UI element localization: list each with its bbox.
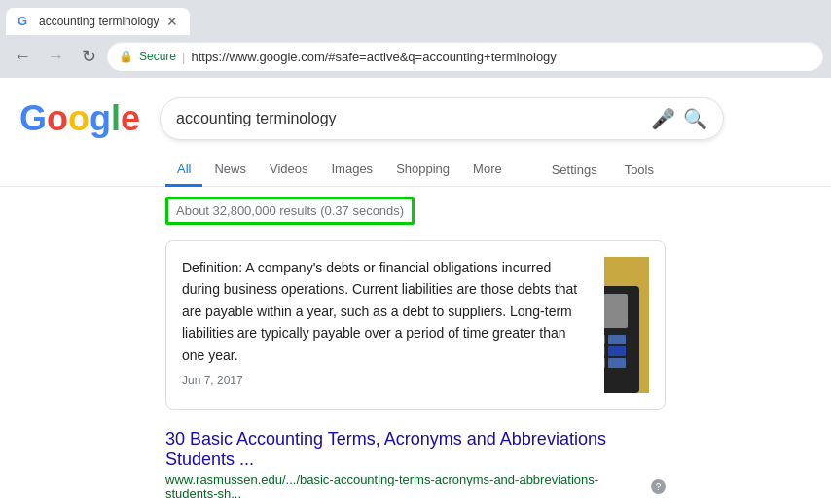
result-title-1[interactable]: 30 Basic Accounting Terms, Acronyms and … bbox=[165, 429, 666, 470]
url-text: https://www.google.com/#safe=active&q=ac… bbox=[191, 50, 556, 64]
tab-more[interactable]: More bbox=[461, 154, 514, 187]
help-icon[interactable]: ? bbox=[651, 479, 666, 494]
lock-icon: 🔒 bbox=[119, 50, 133, 63]
calc-buttons bbox=[604, 335, 628, 368]
search-icon[interactable]: 🔍 bbox=[683, 107, 707, 130]
calculator-image bbox=[604, 257, 649, 393]
snippet-content: Definition: A company's debts or financi… bbox=[182, 257, 589, 393]
google-header: Google 🎤 🔍 bbox=[0, 78, 831, 140]
url-divider: | bbox=[182, 50, 185, 64]
tab-close-button[interactable]: ✕ bbox=[166, 14, 178, 29]
search-box: 🎤 🔍 bbox=[160, 97, 724, 140]
microphone-icon[interactable]: 🎤 bbox=[651, 107, 675, 130]
search-input[interactable] bbox=[176, 110, 643, 127]
logo-o2: o bbox=[68, 98, 90, 138]
logo-o1: o bbox=[47, 98, 68, 138]
tab-images[interactable]: Images bbox=[319, 154, 384, 187]
calc-btn bbox=[608, 358, 626, 368]
secure-label: Secure bbox=[139, 50, 176, 63]
results-area: About 32,800,000 results (0.37 seconds) … bbox=[0, 187, 831, 504]
snippet-definition: Definition: A company's debts or financi… bbox=[182, 257, 589, 366]
url-bar[interactable]: 🔒 Secure | https://www.google.com/#safe=… bbox=[107, 42, 823, 71]
google-logo: Google bbox=[19, 98, 140, 139]
browser-tab[interactable]: G accounting terminology ✕ bbox=[6, 8, 190, 35]
calc-body bbox=[604, 286, 639, 393]
search-result-1: 30 Basic Accounting Terms, Acronyms and … bbox=[165, 429, 666, 501]
address-bar: ← → ↻ 🔒 Secure | https://www.google.com/… bbox=[0, 35, 831, 78]
search-icons: 🎤 🔍 bbox=[651, 107, 707, 130]
tab-all[interactable]: All bbox=[165, 154, 202, 187]
tab-shopping[interactable]: Shopping bbox=[384, 154, 461, 187]
snippet-date: Jun 7, 2017 bbox=[182, 374, 589, 387]
result-url-text: www.rasmussen.edu/.../basic-accounting-t… bbox=[165, 472, 645, 501]
featured-snippet: Definition: A company's debts or financi… bbox=[165, 240, 666, 410]
tab-favicon: G bbox=[18, 14, 33, 29]
calc-btn bbox=[608, 335, 626, 344]
back-button[interactable]: ← bbox=[8, 42, 37, 71]
calc-screen bbox=[604, 294, 628, 328]
forward-button[interactable]: → bbox=[41, 42, 70, 71]
search-tabs-right: Settings Tools bbox=[540, 155, 666, 185]
logo-g2: g bbox=[90, 98, 111, 138]
calc-btn bbox=[608, 346, 626, 356]
results-count: About 32,800,000 results (0.37 seconds) bbox=[165, 197, 415, 225]
settings-link[interactable]: Settings bbox=[540, 155, 609, 185]
logo-e: e bbox=[121, 98, 140, 138]
search-box-wrapper: 🎤 🔍 bbox=[160, 97, 724, 140]
tab-news[interactable]: News bbox=[202, 154, 258, 187]
reload-button[interactable]: ↻ bbox=[74, 42, 103, 71]
logo-g: G bbox=[19, 98, 47, 138]
search-tabs: All News Videos Images Shopping More Set… bbox=[0, 144, 831, 187]
logo-l: l bbox=[111, 98, 121, 138]
tab-videos[interactable]: Videos bbox=[258, 154, 320, 187]
tools-link[interactable]: Tools bbox=[613, 155, 666, 185]
result-url-1: www.rasmussen.edu/.../basic-accounting-t… bbox=[165, 472, 666, 501]
page-content: Google 🎤 🔍 All News Videos Images Shoppi… bbox=[0, 78, 831, 504]
tab-title: accounting terminology bbox=[39, 15, 159, 28]
